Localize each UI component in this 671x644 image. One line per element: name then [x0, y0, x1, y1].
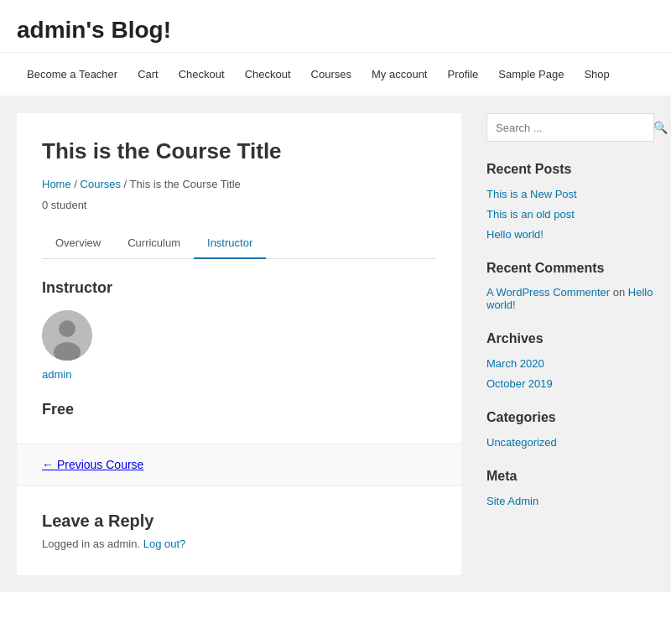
search-button[interactable]: 🔍 — [645, 114, 671, 141]
instructor-name[interactable]: admin — [42, 368, 71, 381]
tab-overview[interactable]: Overview — [42, 228, 114, 259]
categories-list: Uncategorized — [486, 435, 654, 449]
recent-post-link[interactable]: This is an old post — [486, 208, 575, 221]
archive-link[interactable]: March 2020 — [486, 357, 544, 370]
sidebar: 🔍 Recent Posts This is a New PostThis is… — [486, 113, 654, 575]
search-widget: 🔍 — [486, 113, 654, 142]
nav-item[interactable]: Cart — [127, 53, 169, 96]
recent-comments-widget: Recent Comments A WordPress Commenter on… — [486, 261, 654, 311]
breadcrumb-home[interactable]: Home — [42, 178, 71, 190]
comments-heading: Leave a Reply — [42, 512, 436, 531]
breadcrumb-courses[interactable]: Courses — [81, 178, 121, 190]
recent-posts-widget: Recent Posts This is a New PostThis is a… — [486, 162, 654, 241]
archives-widget: Archives March 2020October 2019 — [486, 331, 654, 390]
category-link[interactable]: Uncategorized — [486, 436, 557, 449]
prev-course-link[interactable]: ← Previous Course — [42, 458, 143, 471]
nav-item[interactable]: Become a Teacher — [17, 53, 127, 96]
tab-instructor[interactable]: Instructor — [194, 228, 266, 259]
course-tabs: Overview Curriculum Instructor — [42, 228, 436, 259]
nav-item[interactable]: Courses — [301, 53, 362, 96]
course-title: This is the Course Title — [42, 138, 436, 164]
tab-curriculum[interactable]: Curriculum — [114, 228, 194, 259]
meta-widget: Meta Site Admin — [486, 469, 654, 507]
comment-author[interactable]: A WordPress Commenter — [486, 286, 610, 299]
breadcrumb-current: This is the Course Title — [130, 178, 241, 190]
nav-item[interactable]: Checkout — [235, 53, 301, 96]
nav-item[interactable]: Shop — [574, 53, 619, 96]
recent-post-link[interactable]: Hello world! — [486, 228, 544, 241]
list-item: Uncategorized — [486, 435, 654, 449]
main-content: This is the Course Title Home / Courses … — [17, 113, 461, 444]
meta-list: Site Admin — [486, 494, 654, 507]
breadcrumb: Home / Courses / This is the Course Titl… — [42, 178, 436, 190]
search-box: 🔍 — [486, 113, 654, 142]
recent-post-link[interactable]: This is a New Post — [486, 188, 577, 200]
comments-section: Leave a Reply Logged in as admin. Log ou… — [17, 486, 461, 575]
logged-in-text: Logged in as admin. Log out? — [42, 538, 436, 550]
list-item: March 2020 — [486, 356, 654, 370]
list-item: October 2019 — [486, 377, 654, 390]
meta-title: Meta — [486, 469, 654, 484]
list-item: This is an old post — [486, 207, 654, 221]
search-input[interactable] — [487, 114, 645, 141]
avatar — [42, 310, 92, 361]
recent-posts-list: This is a New PostThis is an old postHel… — [486, 187, 654, 241]
post-navigation: ← Previous Course — [17, 444, 461, 485]
site-title: admin's Blog! — [17, 17, 654, 44]
main-nav: Become a TeacherCartCheckoutCheckoutCour… — [0, 52, 671, 96]
meta-link[interactable]: Site Admin — [486, 495, 538, 507]
logout-link[interactable]: Log out? — [143, 538, 186, 550]
course-price: Free — [42, 401, 436, 418]
svg-point-1 — [59, 320, 75, 337]
list-item: Site Admin — [486, 494, 654, 507]
nav-item[interactable]: Profile — [437, 53, 488, 96]
comment-item: A WordPress Commenter on Hello world! — [486, 286, 654, 311]
archive-link[interactable]: October 2019 — [486, 377, 553, 390]
student-count: 0 student — [42, 199, 436, 211]
nav-item[interactable]: My account — [362, 53, 437, 96]
list-item: This is a New Post — [486, 187, 654, 200]
archives-title: Archives — [486, 331, 654, 346]
categories-widget: Categories Uncategorized — [486, 410, 654, 449]
recent-posts-title: Recent Posts — [486, 162, 654, 177]
recent-comments-title: Recent Comments — [486, 261, 654, 276]
nav-item[interactable]: Sample Page — [488, 53, 574, 96]
categories-title: Categories — [486, 410, 654, 425]
archives-list: March 2020October 2019 — [486, 356, 654, 390]
nav-item[interactable]: Checkout — [169, 53, 235, 96]
list-item: Hello world! — [486, 227, 654, 241]
instructor-section-title: Instructor — [42, 279, 436, 297]
